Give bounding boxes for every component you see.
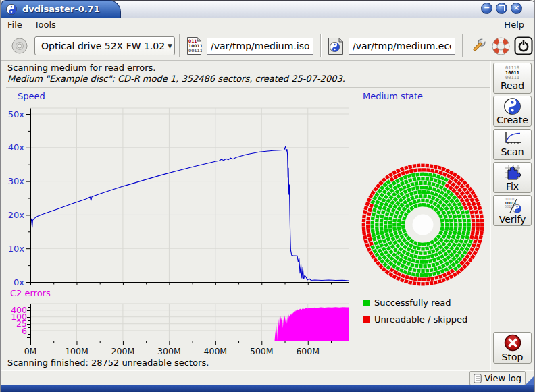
medium-sector [423,251,427,255]
medium-sector [450,269,455,273]
medium-sector [392,219,397,223]
svg-text:00111: 00111 [188,48,202,53]
medium-sector [436,188,441,193]
medium-sector [455,246,459,251]
maximize-button[interactable] [496,3,507,14]
medium-sector [410,182,414,186]
medium-sector [400,167,405,171]
scan-status-line: Scanning medium for read errors. [7,63,155,73]
medium-sector [371,254,376,259]
medium-sector [409,169,413,173]
medium-sector [444,183,449,188]
medium-sector [404,265,409,270]
fix-button[interactable]: Fix [493,162,532,193]
verify-button[interactable]: 01110 10011 00111 Verify [493,195,532,226]
scan-chart-icon [503,132,521,146]
medium-sector [455,253,459,258]
medium-sector [450,176,455,181]
medium-sector [406,184,411,188]
chevron-down-icon[interactable]: ▼ [165,37,174,55]
drive-selector[interactable]: Optical drive 52X FW 1.02 ▼ [34,36,175,55]
medium-sector [430,254,435,258]
medium-sector [412,245,417,250]
medium-sector [399,234,404,239]
medium-sector [448,259,453,264]
medium-sector [474,235,478,240]
medium-sector [408,201,413,206]
medium-sector [427,250,431,254]
quit-power-icon[interactable] [514,36,533,55]
medium-sector [382,262,387,267]
medium-sector [386,253,391,258]
create-button[interactable]: Create [493,96,532,127]
medium-sector [449,238,454,243]
medium-sector [362,227,366,231]
medium-sector [476,202,481,206]
medium-sector [386,198,391,203]
medium-sector [441,181,446,186]
ecc-path-field[interactable] [349,38,455,55]
medium-sector [362,214,366,218]
medium-sector [475,231,479,235]
medium-sector [384,225,388,229]
medium-sector [413,241,418,246]
medium-sector [446,210,451,215]
minimize-button[interactable]: − [481,3,492,14]
iso-path-field[interactable] [207,38,313,55]
medium-sector [406,247,411,252]
medium-sector [448,231,453,235]
medium-sector [457,250,462,254]
medium-sector [444,238,449,243]
medium-sector [433,165,437,169]
medium-sector [441,242,446,246]
medium-sector [372,249,377,254]
medium-sector [389,212,394,217]
medium-sector [365,243,370,248]
medium-sector [440,176,444,181]
medium-sector [426,277,430,281]
medium-sector [436,175,441,179]
medium-sector [441,223,444,226]
medium-sector [393,270,398,275]
medium-sector [392,252,397,257]
medium-sector [380,227,384,231]
medium-sector [444,227,449,231]
medium-sector [392,170,397,175]
medium-sector [392,274,397,279]
medium-sector [467,219,471,223]
medium-sector [472,219,476,223]
medium-sector [399,177,404,181]
medium-sector [430,281,434,285]
medium-sector [380,219,384,223]
medium-sector [380,192,384,197]
view-log-button[interactable]: View log [469,371,526,385]
menu-tools[interactable]: Tools [28,18,62,31]
medium-sector [447,202,451,207]
medium-sector [399,192,404,196]
svg-text:600M: 600M [296,346,320,356]
medium-sector [471,214,475,218]
medium-sector [367,212,371,216]
medium-sector [449,274,453,279]
medium-sector [398,246,403,251]
medium-sector [436,241,440,246]
read-button[interactable]: 01110 10011 00111 Read [493,63,532,94]
medium-sector [399,187,403,192]
medium-sector [391,208,396,213]
scan-button[interactable]: Scan [493,129,532,160]
menu-help[interactable]: Help [494,18,534,31]
medium-sector [409,206,414,211]
medium-sector [384,194,388,199]
stop-button[interactable]: Stop [493,332,532,364]
medium-sector [392,264,397,269]
help-lifebelt-icon[interactable] [492,37,510,55]
medium-sector [388,173,393,177]
preferences-wrench-icon[interactable] [469,37,488,55]
titlebar[interactable]: dvdisaster-0.71 − × [1,0,535,18]
medium-sector [366,221,370,224]
close-button[interactable]: × [511,3,522,14]
medium-sector [403,244,407,249]
menu-file[interactable]: File [1,18,28,31]
medium-sector [398,214,403,219]
medium-sector [440,190,444,195]
